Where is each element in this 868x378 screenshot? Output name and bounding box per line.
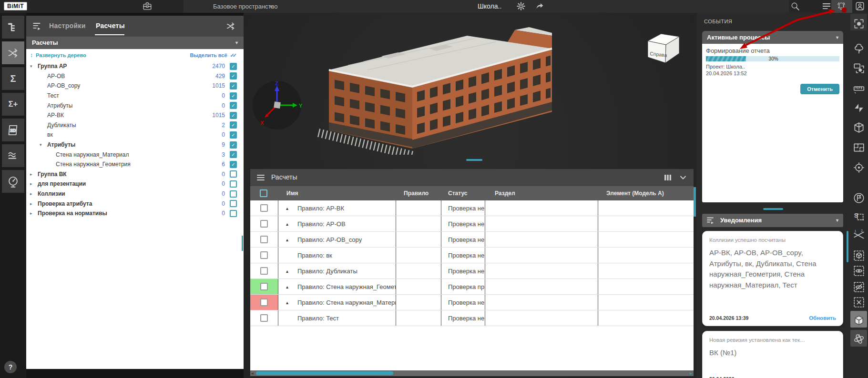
tree-item[interactable]: АР-ОВ429✓	[26, 71, 244, 81]
collapse-caret-icon[interactable]: ▴	[286, 284, 297, 289]
s-select-icon[interactable]: S	[853, 209, 865, 222]
table-row[interactable]: ▴Правило: Стена наружная_ГеометрПроверка…	[250, 279, 694, 295]
sum-add-button[interactable]: Σ+	[2, 93, 24, 116]
axis-gizmo[interactable]: Z Y X	[252, 80, 302, 130]
tree-item-checkbox[interactable]: ✓	[230, 151, 237, 158]
row-checkbox[interactable]	[260, 204, 268, 212]
view-2d-button[interactable]: 2D	[2, 119, 24, 141]
expand-tree-link[interactable]: Развернуть дерево	[36, 52, 86, 58]
tree-item-checkbox[interactable]	[230, 210, 237, 217]
row-checkbox[interactable]	[260, 267, 268, 275]
select-all-link[interactable]: Выделить всё	[190, 52, 227, 58]
tree-item-checkbox[interactable]: ✓	[230, 141, 237, 149]
row-checkbox[interactable]	[260, 220, 268, 228]
tree-item-checkbox[interactable]	[230, 190, 237, 198]
tree-item-checkbox[interactable]: ✓	[230, 82, 237, 90]
table-row[interactable]: Правило: ТестПроверка не	[250, 310, 694, 326]
table-row[interactable]: Правило: вкПроверка не	[250, 248, 694, 263]
table-horizontal-scrollbar[interactable]: ◂ ▸	[250, 370, 694, 376]
calculations-dropdown[interactable]: Расчеты▾	[26, 37, 244, 49]
tree-item-checkbox[interactable]	[230, 180, 237, 188]
notifications-header[interactable]: Уведомления ▾	[702, 214, 843, 227]
tree-item[interactable]: ▸Коллизии0	[26, 189, 244, 199]
tree-item-checkbox[interactable]: ✓	[230, 63, 237, 70]
focus-model-icon[interactable]	[853, 18, 865, 30]
tree-caret-icon[interactable]: ▸	[30, 172, 38, 177]
collapse-panel-icon[interactable]	[32, 21, 42, 31]
active-processes-header[interactable]: Активные процессы▾	[702, 31, 843, 44]
tree-item[interactable]: АР-ОВ_copy1015✓	[26, 81, 244, 91]
tree-item-checkbox[interactable]	[230, 170, 237, 178]
collisions-shuffle-button[interactable]	[2, 41, 24, 64]
tree-caret-icon[interactable]: ▾	[30, 64, 38, 69]
scroll-right-arrow-icon[interactable]: ▸	[690, 371, 692, 376]
tree-item-checkbox[interactable]: ✓	[230, 102, 237, 109]
tree-item[interactable]: Атрибуты0✓	[26, 100, 244, 110]
tab-calculations[interactable]: Расчеты	[96, 22, 125, 30]
viewport-resize-handle[interactable]	[466, 159, 482, 161]
workspace-selector[interactable]: Базовое пространство	[213, 3, 278, 10]
tree-item[interactable]: Дубликаты2✓	[26, 120, 244, 130]
table-row[interactable]: ▴Правило: ДубликатыПроверка не	[250, 263, 694, 279]
workspace-caret-icon[interactable]: ▾	[270, 4, 272, 9]
floor-plan-icon[interactable]	[853, 141, 865, 154]
tree-item[interactable]: ▸Проверка на нормативы0	[26, 209, 244, 219]
table-vertical-scrollbar[interactable]	[694, 187, 696, 217]
notification-card[interactable]: Новая ревизия установлена как тек… ВК (№…	[702, 331, 843, 378]
row-checkbox[interactable]	[260, 236, 268, 243]
table-row[interactable]: ▴Правило: АР-ОВПроверка не	[250, 216, 694, 232]
tree-item-checkbox[interactable]: ✓	[230, 121, 237, 129]
double-check-icon[interactable]: ✓✓	[230, 52, 238, 59]
notifications-scrollbar[interactable]	[847, 231, 848, 262]
settings-gear-icon[interactable]	[516, 1, 526, 11]
column-header-status[interactable]: Статус	[441, 190, 485, 197]
tree-item[interactable]: ▸Группа ВК0	[26, 169, 244, 179]
tree-item-checkbox[interactable]: ✓	[230, 72, 237, 80]
tree-item-checkbox[interactable]: ✓	[230, 92, 237, 99]
search-icon[interactable]	[790, 1, 800, 11]
tree-item[interactable]: ▾Атрибуты9✓	[26, 140, 244, 150]
help-button[interactable]: ?	[4, 361, 17, 373]
target-icon[interactable]	[853, 161, 865, 174]
tab-settings[interactable]: Настройки	[49, 22, 86, 30]
hide-eye-icon[interactable]	[853, 281, 865, 293]
row-checkbox[interactable]	[260, 283, 268, 290]
charts-button[interactable]	[2, 144, 24, 167]
tree-caret-icon[interactable]: ▸	[30, 181, 38, 186]
notifications-bell-icon[interactable]	[836, 1, 847, 11]
menu-arrow-icon[interactable]	[706, 216, 715, 225]
tree-item-checkbox[interactable]: ✓	[230, 112, 237, 119]
model-tree-button[interactable]	[2, 16, 24, 39]
user-profile-icon[interactable]	[855, 1, 865, 11]
navigation-cube[interactable]: Справа	[645, 32, 681, 64]
column-header-section[interactable]: Раздел	[485, 190, 598, 197]
briefcase-icon[interactable]	[142, 1, 153, 11]
tree-caret-icon[interactable]: ▸	[30, 211, 38, 216]
tree-item[interactable]: ▸для презентации0	[26, 179, 244, 189]
shuffle-icon[interactable]	[225, 21, 236, 31]
tree-item[interactable]: Стена наружная_Геометрия6✓	[26, 159, 244, 169]
3d-viewport[interactable]: Z Y X Справа Расчеты Имя Правило Статус …	[244, 13, 696, 378]
flag-icon[interactable]	[853, 192, 865, 204]
tree-caret-icon[interactable]: ▸	[30, 201, 38, 206]
tree-scrollbar[interactable]	[242, 236, 243, 251]
collapse-caret-icon[interactable]: ▴	[286, 206, 297, 211]
nature-tree-icon[interactable]	[853, 42, 865, 55]
share-icon[interactable]	[535, 1, 545, 11]
tree-item-checkbox[interactable]	[230, 200, 237, 207]
column-header-rule[interactable]: Правило	[396, 190, 441, 197]
clear-selection-icon[interactable]	[853, 296, 865, 308]
expand-collapse-icon[interactable]: ↕	[30, 52, 33, 59]
row-checkbox[interactable]	[260, 314, 268, 322]
horizontal-scroll-thumb[interactable]	[256, 371, 393, 375]
tree-caret-icon[interactable]: ▸	[30, 191, 38, 196]
column-header-name[interactable]: Имя	[278, 190, 396, 197]
show-eye-icon[interactable]	[853, 265, 865, 277]
tree-item[interactable]: ▸Проверка атрибута0	[26, 199, 244, 209]
app-logo[interactable]: BiMiT	[4, 2, 27, 10]
table-row[interactable]: ▴Правило: АР-ВКПроверка не	[250, 200, 694, 216]
cube-solid-icon[interactable]	[853, 314, 865, 327]
tree-item[interactable]: АР-ВК1015✓	[26, 110, 244, 120]
scroll-left-arrow-icon[interactable]: ◂	[251, 371, 254, 376]
building-model[interactable]	[310, 26, 558, 155]
